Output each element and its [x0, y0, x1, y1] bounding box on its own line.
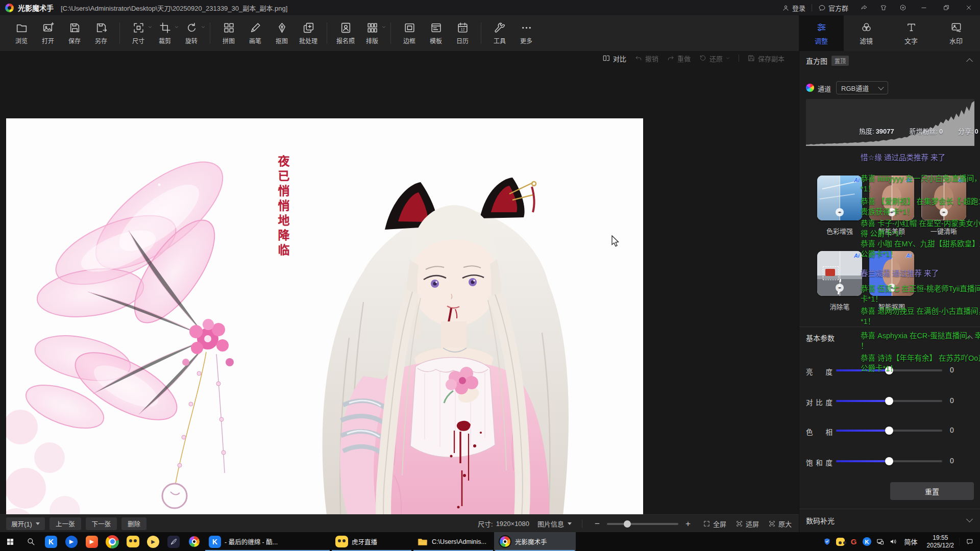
taskbar-chrome-button[interactable] — [102, 532, 122, 551]
toolbar-more-button[interactable]: 更多 — [513, 18, 540, 48]
toolbar-tools-button[interactable]: 工具 — [486, 18, 513, 48]
delete-image-button[interactable]: 删除 — [121, 517, 146, 530]
zoom-in-button[interactable]: + — [685, 519, 691, 529]
toolbar-resize-button[interactable]: 尺寸 — [125, 18, 152, 48]
before-after-handle[interactable]: ◂▸ — [888, 208, 896, 216]
contrast-slider[interactable] — [836, 400, 942, 402]
taskbar-bluetri-button[interactable]: ▶ — [61, 532, 82, 551]
official-group-button[interactable]: 官方群 — [812, 0, 854, 15]
tray-g-icon[interactable]: G — [847, 537, 861, 546]
tray-kugou-icon[interactable]: K — [861, 537, 874, 546]
taskbar-window--最后的缠绵-酷-[interactable]: K- 最后的缠绵 - 酷... — [204, 532, 331, 551]
taskbar-window-C-Users-Adminis-[interactable]: C:\Users\Adminis... — [412, 532, 494, 551]
toolbar-layout-button[interactable]: 排版 — [359, 18, 385, 48]
taskbar-kugou-button[interactable]: K — [41, 532, 61, 551]
toolbar-rotate-button[interactable]: 旋转 — [178, 18, 205, 48]
tray-ime-indicator[interactable]: 简体 — [900, 537, 922, 546]
taskbar-window-虎牙直播[interactable]: 虎牙直播 — [331, 532, 412, 551]
view-fullscreen-button[interactable]: 全屏 — [703, 519, 726, 529]
settings-button[interactable] — [893, 0, 913, 15]
before-after-handle[interactable]: ◂▸ — [888, 284, 896, 292]
tray-notification-icon[interactable] — [959, 538, 980, 546]
taskbar-owl-button[interactable] — [122, 532, 143, 551]
next-image-button[interactable]: 下一张 — [86, 517, 117, 530]
taskbar-yellowplay-button[interactable]: ▶ — [143, 532, 163, 551]
toolbar-save-button[interactable]: 保存 — [61, 18, 88, 48]
zoom-slider-thumb[interactable] — [624, 520, 631, 528]
toolbar-saveas-button[interactable]: 另存 — [88, 18, 114, 48]
contrast-slider-thumb[interactable] — [885, 397, 893, 405]
view-orig-button[interactable]: 原大 — [768, 519, 792, 529]
zoom-slider[interactable] — [607, 523, 678, 525]
saturation-slider-thumb[interactable] — [885, 457, 893, 465]
toolbar-frame-button[interactable]: 边框 — [396, 18, 423, 48]
toolbar-collage-button[interactable]: 拼图 — [215, 18, 242, 48]
toolbar-open-button[interactable]: 打开 — [35, 18, 61, 48]
taskbar-start-button[interactable] — [0, 532, 20, 551]
toolbar-batch-button[interactable]: 批处理 — [295, 18, 322, 48]
undo-action-button[interactable]: 撤销 — [634, 54, 658, 63]
tab-水印[interactable]: 水印 — [934, 15, 978, 51]
feature-智能美颜[interactable]: Ai◂▸智能美颜 — [869, 179, 914, 236]
reset-button[interactable]: 重置 — [890, 482, 974, 500]
toolbar-crop-button[interactable]: 裁剪 — [152, 18, 178, 48]
tray-huya-icon[interactable] — [834, 538, 847, 546]
toolbar-idphoto-button[interactable]: 报名照 — [332, 18, 359, 48]
toolbar-template-button[interactable]: 模板 — [423, 18, 449, 48]
feature-一键清晰[interactable]: Ai◂▸一键清晰 — [921, 179, 966, 236]
zoom-out-button[interactable]: − — [595, 519, 600, 529]
taskbar-feather-button[interactable] — [163, 532, 184, 551]
taskbar-search-button[interactable] — [20, 532, 41, 551]
titlebar: 光影魔术手 [C:\Users\Administrator\Desktop\天刀… — [0, 0, 980, 15]
feature-消除笔[interactable]: Ai◂▸消除笔 — [817, 254, 862, 311]
before-after-handle[interactable]: ◂▸ — [836, 284, 844, 292]
view-fit-button[interactable]: 适屏 — [736, 519, 759, 529]
collapse-histogram-chevron[interactable] — [966, 58, 973, 65]
share-button[interactable] — [854, 0, 874, 15]
close-button[interactable] — [958, 0, 980, 15]
taskbar-huyaplay-button[interactable]: ▶ — [82, 532, 102, 551]
channel-label: 通道 — [818, 84, 831, 93]
toolbar-cutout-button[interactable]: 抠图 — [268, 18, 295, 48]
toolbar-browse-button[interactable]: 浏览 — [8, 18, 35, 48]
save-action-button[interactable]: 保存副本 — [747, 54, 785, 63]
before-after-handle[interactable]: ◂▸ — [836, 208, 844, 216]
brightness-slider-thumb[interactable] — [885, 366, 893, 374]
restore-button[interactable] — [935, 0, 958, 15]
login-button[interactable]: 登录 — [776, 0, 812, 15]
minimize-button[interactable] — [913, 0, 935, 15]
brightness-value: 0 — [950, 366, 954, 374]
tray-network-icon[interactable] — [874, 537, 887, 546]
redo-action-button[interactable]: 重做 — [667, 54, 691, 63]
previous-image-button[interactable]: 上一张 — [50, 517, 81, 530]
toolbar-brush-button[interactable]: 画笔 — [242, 18, 268, 48]
expand-fill-light-chevron[interactable] — [966, 516, 973, 522]
channel-select[interactable]: RGB通道 — [836, 81, 888, 94]
before-after-handle[interactable]: ◂▸ — [940, 208, 948, 216]
gear-icon — [899, 4, 906, 11]
hue-slider-thumb[interactable] — [885, 427, 893, 435]
caret-down-icon — [36, 522, 40, 527]
taskbar-neo-button[interactable] — [184, 532, 204, 551]
restore-icon — [943, 4, 950, 11]
tab-文字[interactable]: 文字 — [889, 15, 934, 51]
image-info-button[interactable]: 图片信息 — [537, 519, 572, 529]
feature-智能抠图[interactable]: Ai◂▸智能抠图 — [869, 254, 914, 311]
saturation-slider[interactable] — [836, 460, 942, 462]
brightness-slider[interactable] — [836, 369, 942, 371]
tab-滤镜[interactable]: 滤镜 — [844, 15, 889, 51]
compare-action-button[interactable]: 对比 — [602, 54, 626, 63]
collapse-basic-params-chevron[interactable] — [966, 335, 973, 342]
tray-security-shield-icon[interactable] — [821, 537, 834, 546]
revert-action-button[interactable]: 还原 — [699, 54, 730, 63]
feature-色彩增强[interactable]: Ai◂▸色彩增强 — [817, 179, 862, 236]
expand-filmstrip-button[interactable]: 展开(1) — [6, 517, 45, 530]
taskbar-window-光影魔术手[interactable]: 光影魔术手 — [494, 532, 576, 551]
adjust-icon — [816, 21, 827, 33]
theme-skin-button[interactable] — [874, 0, 893, 15]
tray-volume-icon[interactable] — [887, 537, 900, 546]
tray-clock[interactable]: 19:552025/12/2 — [922, 534, 959, 549]
hue-slider[interactable] — [836, 430, 942, 432]
toolbar-calendar-button[interactable]: 12日历 — [449, 18, 476, 48]
tab-调整[interactable]: 调整 — [799, 15, 844, 51]
